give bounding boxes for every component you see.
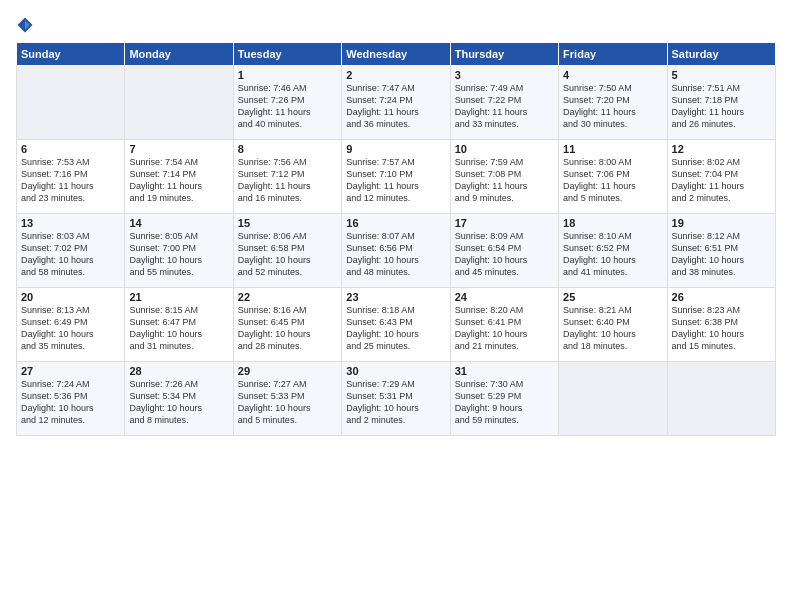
- day-number: 25: [563, 291, 662, 303]
- calendar-cell: 29Sunrise: 7:27 AM Sunset: 5:33 PM Dayli…: [233, 362, 341, 436]
- logo-icon: [16, 16, 34, 34]
- day-info: Sunrise: 7:50 AM Sunset: 7:20 PM Dayligh…: [563, 82, 662, 131]
- day-number: 14: [129, 217, 228, 229]
- calendar-cell: 30Sunrise: 7:29 AM Sunset: 5:31 PM Dayli…: [342, 362, 450, 436]
- day-info: Sunrise: 7:53 AM Sunset: 7:16 PM Dayligh…: [21, 156, 120, 205]
- calendar-cell: 12Sunrise: 8:02 AM Sunset: 7:04 PM Dayli…: [667, 140, 775, 214]
- day-number: 11: [563, 143, 662, 155]
- day-info: Sunrise: 7:46 AM Sunset: 7:26 PM Dayligh…: [238, 82, 337, 131]
- day-number: 29: [238, 365, 337, 377]
- calendar-cell: 27Sunrise: 7:24 AM Sunset: 5:36 PM Dayli…: [17, 362, 125, 436]
- calendar-cell: [667, 362, 775, 436]
- calendar-cell: 18Sunrise: 8:10 AM Sunset: 6:52 PM Dayli…: [559, 214, 667, 288]
- day-info: Sunrise: 7:30 AM Sunset: 5:29 PM Dayligh…: [455, 378, 554, 427]
- day-number: 12: [672, 143, 771, 155]
- day-number: 26: [672, 291, 771, 303]
- calendar-week-row: 6Sunrise: 7:53 AM Sunset: 7:16 PM Daylig…: [17, 140, 776, 214]
- calendar-cell: 17Sunrise: 8:09 AM Sunset: 6:54 PM Dayli…: [450, 214, 558, 288]
- page-header: [16, 16, 776, 34]
- calendar-cell: 31Sunrise: 7:30 AM Sunset: 5:29 PM Dayli…: [450, 362, 558, 436]
- day-info: Sunrise: 8:05 AM Sunset: 7:00 PM Dayligh…: [129, 230, 228, 279]
- calendar-cell: 26Sunrise: 8:23 AM Sunset: 6:38 PM Dayli…: [667, 288, 775, 362]
- day-info: Sunrise: 7:51 AM Sunset: 7:18 PM Dayligh…: [672, 82, 771, 131]
- weekday-header: Thursday: [450, 43, 558, 66]
- day-info: Sunrise: 7:29 AM Sunset: 5:31 PM Dayligh…: [346, 378, 445, 427]
- day-number: 7: [129, 143, 228, 155]
- calendar-cell: 28Sunrise: 7:26 AM Sunset: 5:34 PM Dayli…: [125, 362, 233, 436]
- calendar-cell: [125, 66, 233, 140]
- day-info: Sunrise: 8:10 AM Sunset: 6:52 PM Dayligh…: [563, 230, 662, 279]
- day-info: Sunrise: 8:21 AM Sunset: 6:40 PM Dayligh…: [563, 304, 662, 353]
- day-number: 4: [563, 69, 662, 81]
- day-number: 28: [129, 365, 228, 377]
- day-info: Sunrise: 8:03 AM Sunset: 7:02 PM Dayligh…: [21, 230, 120, 279]
- calendar-cell: 19Sunrise: 8:12 AM Sunset: 6:51 PM Dayli…: [667, 214, 775, 288]
- day-number: 16: [346, 217, 445, 229]
- day-info: Sunrise: 8:23 AM Sunset: 6:38 PM Dayligh…: [672, 304, 771, 353]
- day-number: 2: [346, 69, 445, 81]
- calendar-table: SundayMondayTuesdayWednesdayThursdayFrid…: [16, 42, 776, 436]
- calendar-cell: 24Sunrise: 8:20 AM Sunset: 6:41 PM Dayli…: [450, 288, 558, 362]
- day-number: 30: [346, 365, 445, 377]
- day-info: Sunrise: 7:59 AM Sunset: 7:08 PM Dayligh…: [455, 156, 554, 205]
- weekday-header: Sunday: [17, 43, 125, 66]
- weekday-header: Monday: [125, 43, 233, 66]
- calendar-cell: 20Sunrise: 8:13 AM Sunset: 6:49 PM Dayli…: [17, 288, 125, 362]
- weekday-header: Wednesday: [342, 43, 450, 66]
- weekday-header-row: SundayMondayTuesdayWednesdayThursdayFrid…: [17, 43, 776, 66]
- calendar-cell: 21Sunrise: 8:15 AM Sunset: 6:47 PM Dayli…: [125, 288, 233, 362]
- day-info: Sunrise: 8:00 AM Sunset: 7:06 PM Dayligh…: [563, 156, 662, 205]
- calendar-cell: 10Sunrise: 7:59 AM Sunset: 7:08 PM Dayli…: [450, 140, 558, 214]
- weekday-header: Saturday: [667, 43, 775, 66]
- calendar-week-row: 1Sunrise: 7:46 AM Sunset: 7:26 PM Daylig…: [17, 66, 776, 140]
- day-number: 10: [455, 143, 554, 155]
- day-number: 15: [238, 217, 337, 229]
- day-info: Sunrise: 7:49 AM Sunset: 7:22 PM Dayligh…: [455, 82, 554, 131]
- calendar-cell: [559, 362, 667, 436]
- calendar-cell: 5Sunrise: 7:51 AM Sunset: 7:18 PM Daylig…: [667, 66, 775, 140]
- day-number: 23: [346, 291, 445, 303]
- day-info: Sunrise: 8:02 AM Sunset: 7:04 PM Dayligh…: [672, 156, 771, 205]
- day-info: Sunrise: 8:15 AM Sunset: 6:47 PM Dayligh…: [129, 304, 228, 353]
- day-info: Sunrise: 8:06 AM Sunset: 6:58 PM Dayligh…: [238, 230, 337, 279]
- calendar-cell: 6Sunrise: 7:53 AM Sunset: 7:16 PM Daylig…: [17, 140, 125, 214]
- day-info: Sunrise: 7:56 AM Sunset: 7:12 PM Dayligh…: [238, 156, 337, 205]
- calendar-cell: 15Sunrise: 8:06 AM Sunset: 6:58 PM Dayli…: [233, 214, 341, 288]
- calendar-cell: 4Sunrise: 7:50 AM Sunset: 7:20 PM Daylig…: [559, 66, 667, 140]
- calendar-week-row: 20Sunrise: 8:13 AM Sunset: 6:49 PM Dayli…: [17, 288, 776, 362]
- day-number: 24: [455, 291, 554, 303]
- calendar-cell: 1Sunrise: 7:46 AM Sunset: 7:26 PM Daylig…: [233, 66, 341, 140]
- day-number: 21: [129, 291, 228, 303]
- day-info: Sunrise: 7:26 AM Sunset: 5:34 PM Dayligh…: [129, 378, 228, 427]
- day-info: Sunrise: 8:16 AM Sunset: 6:45 PM Dayligh…: [238, 304, 337, 353]
- day-number: 9: [346, 143, 445, 155]
- calendar-cell: 13Sunrise: 8:03 AM Sunset: 7:02 PM Dayli…: [17, 214, 125, 288]
- day-info: Sunrise: 8:12 AM Sunset: 6:51 PM Dayligh…: [672, 230, 771, 279]
- day-number: 31: [455, 365, 554, 377]
- calendar-cell: 16Sunrise: 8:07 AM Sunset: 6:56 PM Dayli…: [342, 214, 450, 288]
- day-number: 22: [238, 291, 337, 303]
- day-number: 18: [563, 217, 662, 229]
- day-info: Sunrise: 7:27 AM Sunset: 5:33 PM Dayligh…: [238, 378, 337, 427]
- calendar-cell: 3Sunrise: 7:49 AM Sunset: 7:22 PM Daylig…: [450, 66, 558, 140]
- calendar-week-row: 13Sunrise: 8:03 AM Sunset: 7:02 PM Dayli…: [17, 214, 776, 288]
- day-number: 8: [238, 143, 337, 155]
- day-number: 19: [672, 217, 771, 229]
- calendar-cell: 7Sunrise: 7:54 AM Sunset: 7:14 PM Daylig…: [125, 140, 233, 214]
- calendar-cell: 23Sunrise: 8:18 AM Sunset: 6:43 PM Dayli…: [342, 288, 450, 362]
- day-info: Sunrise: 7:24 AM Sunset: 5:36 PM Dayligh…: [21, 378, 120, 427]
- calendar-page: SundayMondayTuesdayWednesdayThursdayFrid…: [0, 0, 792, 612]
- calendar-cell: [17, 66, 125, 140]
- calendar-cell: 8Sunrise: 7:56 AM Sunset: 7:12 PM Daylig…: [233, 140, 341, 214]
- day-number: 17: [455, 217, 554, 229]
- calendar-cell: 14Sunrise: 8:05 AM Sunset: 7:00 PM Dayli…: [125, 214, 233, 288]
- day-info: Sunrise: 7:57 AM Sunset: 7:10 PM Dayligh…: [346, 156, 445, 205]
- day-number: 27: [21, 365, 120, 377]
- day-info: Sunrise: 8:09 AM Sunset: 6:54 PM Dayligh…: [455, 230, 554, 279]
- day-info: Sunrise: 8:07 AM Sunset: 6:56 PM Dayligh…: [346, 230, 445, 279]
- day-info: Sunrise: 7:47 AM Sunset: 7:24 PM Dayligh…: [346, 82, 445, 131]
- weekday-header: Friday: [559, 43, 667, 66]
- day-number: 3: [455, 69, 554, 81]
- day-number: 13: [21, 217, 120, 229]
- calendar-week-row: 27Sunrise: 7:24 AM Sunset: 5:36 PM Dayli…: [17, 362, 776, 436]
